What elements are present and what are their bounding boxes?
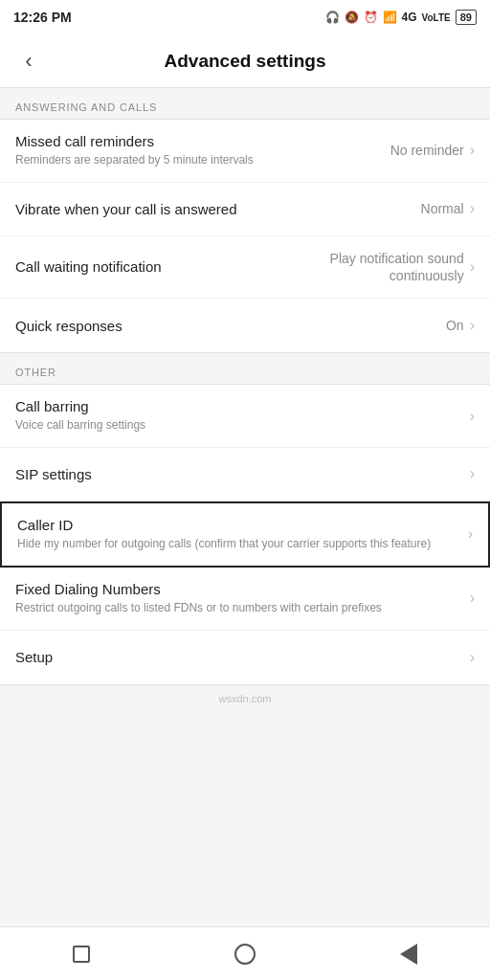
call-barring-title: Call barring [15,398,458,414]
back-button[interactable]: ‹ [10,42,48,80]
4g-label: 4G [402,11,417,24]
chevron-icon-4: › [470,317,475,334]
nav-recents-button[interactable] [60,933,102,975]
fixed-dialing-numbers-item[interactable]: Fixed Dialing Numbers Restrict outgoing … [0,568,490,631]
sip-settings-title: SIP settings [15,466,458,482]
chevron-icon-8: › [470,590,475,607]
chevron-icon-7: › [468,525,473,543]
square-icon [73,946,90,963]
caller-id-subtitle: Hide my number for outgoing calls (confi… [17,536,457,552]
quick-responses-item[interactable]: Quick responses On › [0,299,490,352]
content-area: ANSWERING AND CALLS Missed call reminder… [0,88,490,762]
caller-id-title: Caller ID [17,517,457,533]
watermark: wsxdn.com [0,685,490,708]
section-label-other: OTHER [0,353,490,384]
chevron-icon-5: › [470,408,475,425]
setup-title: Setup [15,649,458,665]
vibrate-call-answered-title: Vibrate when your call is answered [15,201,412,217]
chevron-icon-1: › [470,142,475,159]
sip-settings-item[interactable]: SIP settings › [0,448,490,501]
battery-icon: 89 [456,10,477,25]
signal-icon: 📶 [383,11,397,24]
circle-icon [234,944,256,965]
call-waiting-notification-item[interactable]: Call waiting notification Play notificat… [0,236,490,299]
missed-call-reminders-item[interactable]: Missed call reminders Reminders are sepa… [0,120,490,183]
bottom-nav [0,926,490,980]
mute-icon: 🔕 [345,11,359,24]
section-answering-calls: ANSWERING AND CALLS Missed call reminder… [0,88,490,353]
nav-back-button[interactable] [388,933,430,975]
chevron-icon-3: › [470,258,475,276]
settings-group-answering: Missed call reminders Reminders are sepa… [0,119,490,353]
fixed-dialing-numbers-title: Fixed Dialing Numbers [15,581,458,597]
quick-responses-title: Quick responses [15,318,436,334]
back-triangle-icon [400,944,417,965]
settings-group-other: Call barring Voice call barring settings… [0,384,490,684]
call-barring-subtitle: Voice call barring settings [15,417,458,434]
caller-id-item[interactable]: Caller ID Hide my number for outgoing ca… [0,501,490,568]
back-arrow-icon: ‹ [25,49,32,74]
headphone-icon: 🎧 [325,11,340,24]
volte-label: VoLTE [422,12,451,23]
nav-home-button[interactable] [224,933,266,975]
status-icons: 🎧 🔕 ⏰ 📶 4G VoLTE 89 [325,10,477,25]
call-waiting-notification-value: Play notification sound continuously [301,250,464,284]
chevron-icon-9: › [470,649,475,666]
call-barring-item[interactable]: Call barring Voice call barring settings… [0,385,490,448]
call-waiting-notification-title: Call waiting notification [15,258,292,275]
page-title: Advanced settings [48,51,480,72]
alarm-icon: ⏰ [364,11,378,24]
header: ‹ Advanced settings [0,34,490,88]
time: 12:26 PM [13,10,72,25]
chevron-icon-2: › [470,200,475,217]
quick-responses-value: On [446,318,464,333]
chevron-icon-6: › [470,465,475,482]
status-bar: 12:26 PM 🎧 🔕 ⏰ 📶 4G VoLTE 89 [0,0,490,34]
missed-call-reminders-subtitle: Reminders are separated by 5 minute inte… [15,152,381,168]
section-other: OTHER Call barring Voice call barring se… [0,353,490,684]
section-label-answering: ANSWERING AND CALLS [0,88,490,119]
setup-item[interactable]: Setup › [0,631,490,684]
vibrate-call-answered-value: Normal [421,201,464,216]
fixed-dialing-numbers-subtitle: Restrict outgoing calls to listed FDNs o… [15,600,458,616]
missed-call-reminders-title: Missed call reminders [15,133,381,149]
vibrate-call-answered-item[interactable]: Vibrate when your call is answered Norma… [0,183,490,236]
missed-call-reminders-value: No reminder [390,143,464,158]
